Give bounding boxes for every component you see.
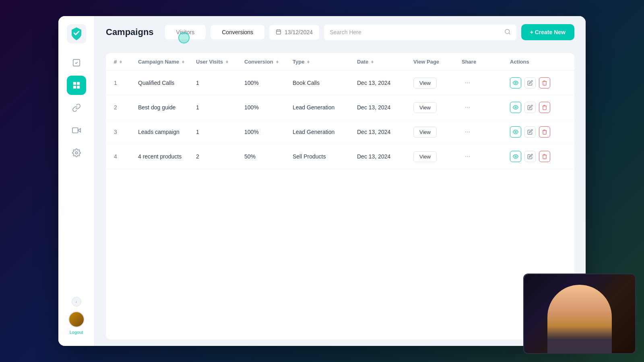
table-body: 1 Qualified Calls 1 100% Book Calls Dec … <box>106 71 574 169</box>
svg-point-17 <box>515 156 516 157</box>
tab-visitors[interactable]: Visitors <box>165 25 206 39</box>
edit-icon[interactable] <box>524 77 536 88</box>
cell-type: Sell Products <box>293 153 357 160</box>
sidebar-item-checkin[interactable] <box>67 53 86 72</box>
webcam-overlay <box>523 274 636 354</box>
date-value: 13/12/2024 <box>285 29 313 35</box>
cell-type: Lead Generation <box>293 129 357 135</box>
svg-marker-6 <box>78 128 80 132</box>
cell-visits: 1 <box>196 129 244 135</box>
search-icon <box>504 29 511 36</box>
cell-viewpage[interactable]: View <box>413 102 462 113</box>
delete-icon[interactable] <box>539 151 550 162</box>
campaigns-table: # Campaign Name User Visits Conversion T… <box>106 53 574 339</box>
app-logo[interactable] <box>67 24 86 43</box>
col-name: Campaign Name <box>138 59 196 65</box>
cell-viewpage[interactable]: View <box>413 127 462 138</box>
col-visits: User Visits <box>196 59 244 65</box>
cell-type: Lead Generation <box>293 104 357 111</box>
cell-date: Dec 13, 2024 <box>357 153 413 160</box>
preview-icon[interactable] <box>510 151 521 162</box>
webcam-content <box>524 274 635 353</box>
search-placeholder: Search Here <box>330 29 361 35</box>
logout-button[interactable]: Logout <box>70 330 83 335</box>
svg-point-13 <box>505 29 510 34</box>
svg-rect-3 <box>76 82 79 85</box>
sidebar-item-grid[interactable] <box>67 76 86 95</box>
col-share: Share <box>462 59 510 65</box>
col-viewpage: View Page <box>413 59 462 65</box>
cell-actions <box>510 126 566 138</box>
cell-name: Qualified Calls <box>138 80 196 86</box>
cell-conversion: 100% <box>244 129 293 135</box>
preview-icon[interactable] <box>510 77 521 88</box>
cell-actions <box>510 77 566 88</box>
cell-num: 3 <box>114 129 138 135</box>
search-bar[interactable]: Search Here <box>324 25 516 40</box>
create-new-button[interactable]: + Create New <box>521 24 574 40</box>
delete-icon[interactable] <box>539 102 550 113</box>
sidebar-item-video[interactable] <box>67 121 86 140</box>
sidebar-toggle[interactable]: › <box>72 297 81 306</box>
share-more-button[interactable]: ··· <box>462 102 473 113</box>
cell-viewpage[interactable]: View <box>413 151 462 162</box>
tab-conversions[interactable]: Conversions <box>211 25 264 39</box>
table-row: 1 Qualified Calls 1 100% Book Calls Dec … <box>106 71 574 95</box>
svg-point-14 <box>515 82 516 84</box>
cell-actions <box>510 151 566 162</box>
cell-name: Best dog guide <box>138 104 196 111</box>
share-more-button[interactable]: ··· <box>462 78 473 88</box>
cell-share[interactable]: ··· <box>462 102 510 113</box>
sidebar-navigation <box>67 53 86 297</box>
cell-conversion: 100% <box>244 80 293 86</box>
edit-icon[interactable] <box>524 151 536 162</box>
cell-share[interactable]: ··· <box>462 127 510 137</box>
cell-share[interactable]: ··· <box>462 78 510 88</box>
cell-viewpage[interactable]: View <box>413 78 462 88</box>
delete-icon[interactable] <box>539 126 550 138</box>
col-num: # <box>114 59 138 65</box>
svg-rect-5 <box>76 86 79 88</box>
date-filter[interactable]: 13/12/2024 <box>269 25 319 40</box>
cell-actions <box>510 102 566 113</box>
sidebar-item-settings[interactable] <box>67 143 86 162</box>
page-title: Campaigns <box>106 27 154 37</box>
header: Campaigns Visitors Conversions 13/12/202… <box>95 16 586 47</box>
table-row: 4 4 recent products 2 50% Sell Products … <box>106 144 574 169</box>
cell-num: 1 <box>114 80 138 86</box>
view-page-button[interactable]: View <box>413 127 437 138</box>
edit-icon[interactable] <box>524 102 536 113</box>
share-more-button[interactable]: ··· <box>462 127 473 137</box>
avatar[interactable] <box>68 311 85 327</box>
cell-share[interactable]: ··· <box>462 151 510 162</box>
view-page-button[interactable]: View <box>413 102 437 113</box>
table-row: 3 Leads campaign 1 100% Lead Generation … <box>106 120 574 144</box>
preview-icon[interactable] <box>510 126 521 138</box>
action-icons <box>510 102 566 113</box>
cell-num: 4 <box>114 153 138 160</box>
svg-rect-4 <box>73 86 76 88</box>
sidebar-item-link[interactable] <box>67 98 86 117</box>
action-icons <box>510 151 566 162</box>
cell-conversion: 50% <box>244 153 293 160</box>
cell-visits: 2 <box>196 153 244 160</box>
svg-point-8 <box>75 152 78 154</box>
view-page-button[interactable]: View <box>413 78 437 88</box>
calendar-icon <box>276 29 281 36</box>
delete-icon[interactable] <box>539 77 550 88</box>
cell-visits: 1 <box>196 80 244 86</box>
edit-icon[interactable] <box>524 126 536 138</box>
main-content: Campaigns Visitors Conversions 13/12/202… <box>95 16 586 346</box>
share-more-button[interactable]: ··· <box>462 151 473 162</box>
col-date: Date <box>357 59 413 65</box>
svg-rect-7 <box>72 128 78 133</box>
table-header: # Campaign Name User Visits Conversion T… <box>106 53 574 71</box>
action-icons <box>510 77 566 88</box>
cell-conversion: 100% <box>244 104 293 111</box>
svg-point-16 <box>515 131 516 133</box>
view-page-button[interactable]: View <box>413 151 437 162</box>
preview-icon[interactable] <box>510 102 521 113</box>
svg-rect-9 <box>277 30 281 34</box>
col-type: Type <box>293 59 357 65</box>
svg-rect-2 <box>73 82 76 85</box>
